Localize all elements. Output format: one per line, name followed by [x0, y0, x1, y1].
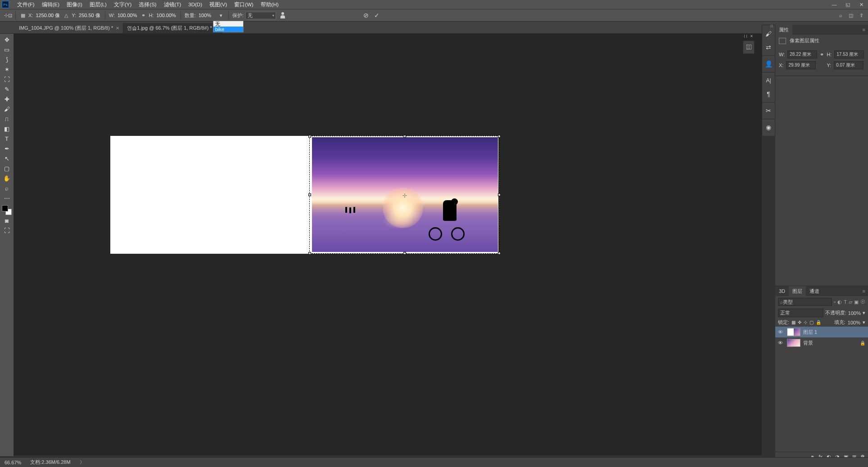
prop-w-input[interactable]: 28.22 厘米 — [787, 50, 817, 58]
healing-tool[interactable]: ✚ — [2, 94, 12, 103]
menu-window[interactable]: 窗口(W) — [231, 0, 257, 9]
link-wh-icon[interactable]: ⚭ — [140, 12, 147, 19]
share-icon[interactable]: ⇪ — [859, 13, 863, 18]
fill-arrow-icon[interactable]: ▾ — [863, 319, 865, 325]
window-minimize-button[interactable]: — — [827, 0, 841, 9]
document-tab-1[interactable]: IMG_1004.JPG @ 100% (图层 1, RGB/8) * ✕ — [15, 23, 123, 33]
marquee-tool[interactable]: ▭ — [2, 45, 12, 54]
cc-panel-icon[interactable]: ◉ — [762, 121, 775, 134]
path-tool[interactable]: ↖ — [2, 154, 12, 163]
floating-panel[interactable]: ⿲ — [743, 40, 755, 54]
channels-tab[interactable]: 通道 — [806, 286, 823, 296]
paragraph-panel-icon[interactable]: ¶ — [762, 87, 775, 101]
layer-thumbnail[interactable] — [787, 339, 800, 347]
prop-x-input[interactable]: 29.99 厘米 — [786, 61, 816, 69]
character-panel-icon[interactable]: 👤 — [762, 57, 775, 71]
lock-position-icon[interactable]: ✜ — [798, 320, 801, 325]
qty-input[interactable]: 100% — [198, 13, 216, 18]
lock-icon[interactable]: 🔒 — [860, 341, 865, 346]
menu-file[interactable]: 文件(F) — [14, 0, 38, 9]
filter-shape-icon[interactable]: ▱ — [849, 299, 852, 305]
screenmode-tool[interactable]: ⛶ — [2, 226, 12, 235]
filter-adjust-icon[interactable]: ◐ — [837, 299, 842, 305]
prop-h-input[interactable]: 17.53 厘米 — [834, 50, 864, 58]
transform-handle-tl[interactable] — [308, 135, 311, 138]
type-tool[interactable]: T — [2, 134, 12, 143]
document-tab-2[interactable]: 연습1.jpg @ 66.7% (图层 1, RGB/8#) * ✕ — [123, 23, 222, 33]
filter-smart-icon[interactable]: ▣ — [854, 299, 859, 305]
canvas-area[interactable]: ✢ — [14, 34, 762, 455]
menu-view[interactable]: 视图(V) — [206, 0, 231, 9]
h-input[interactable]: 100.00% — [155, 13, 176, 18]
brush-panel-icon[interactable]: 🖌 — [762, 27, 775, 40]
layers-menu-icon[interactable]: ≡ — [860, 288, 868, 294]
filter-type-icon[interactable]: T — [844, 299, 847, 305]
transform-center-icon[interactable]: ✢ — [402, 193, 407, 197]
menu-layer[interactable]: 图层(L) — [86, 0, 110, 9]
lock-all-icon[interactable]: 🔒 — [816, 320, 821, 325]
transform-handle-br[interactable] — [498, 252, 501, 255]
3d-tab[interactable]: 3D — [775, 286, 789, 296]
brush-tool[interactable]: 🖌 — [2, 104, 12, 113]
shape-tool[interactable]: ▢ — [2, 164, 12, 173]
layer-1-name[interactable]: 图层 1 — [803, 329, 817, 336]
qty-dropdown-icon[interactable]: ▾ — [217, 12, 225, 19]
reference-point-icon[interactable]: ▦ — [19, 12, 27, 19]
quickmask-tool[interactable]: ◙ — [2, 216, 12, 225]
layer-bg-name[interactable]: 背景 — [803, 340, 813, 346]
layer-filter-kind[interactable]: ⌕ 类型 — [778, 298, 832, 306]
transform-bounding-box[interactable]: ✢ — [309, 136, 500, 254]
color-swatches[interactable] — [2, 205, 12, 215]
layer-item-1[interactable]: 👁 图层 1 — [775, 327, 868, 337]
filter-toggle-icon[interactable]: ⦿ — [860, 299, 865, 305]
layer-item-bg[interactable]: 👁 背景 🔒 — [775, 337, 868, 348]
commit-transform-button[interactable]: ✓ — [374, 12, 380, 19]
history-panel-icon[interactable]: ⿲ — [744, 42, 754, 52]
properties-tab[interactable]: 属性 — [775, 25, 792, 35]
lasso-tool[interactable]: ⟆ — [2, 55, 12, 64]
zoom-tool[interactable]: ⌕ — [2, 184, 12, 193]
menu-image[interactable]: 图像(I) — [63, 0, 86, 9]
visibility-toggle-icon[interactable]: 👁 — [778, 329, 784, 335]
status-arrow-icon[interactable]: 〉 — [80, 459, 85, 466]
lock-artboard-icon[interactable]: ⊹ — [804, 320, 807, 325]
x-input[interactable]: 1250.00 像 — [35, 12, 61, 19]
menu-filter[interactable]: 滤镜(T) — [160, 0, 185, 9]
filter-pixel-icon[interactable]: ▫ — [834, 299, 836, 305]
w-input[interactable]: 100.00% — [117, 13, 138, 18]
status-docsize[interactable]: 文档:2.36M/6.28M — [30, 459, 70, 466]
menu-select[interactable]: 选择(S) — [135, 0, 160, 9]
opacity-value[interactable]: 100% — [848, 310, 861, 316]
transform-handle-ml[interactable] — [308, 193, 311, 196]
person-icon[interactable] — [280, 12, 285, 18]
transform-handle-bl[interactable] — [308, 252, 311, 255]
link-dims-icon[interactable]: ⚭ — [820, 52, 824, 58]
menu-3d[interactable]: 3D(D) — [185, 0, 206, 9]
adjust-panel-icon[interactable]: ✂ — [762, 104, 775, 117]
transform-handle-tm[interactable] — [403, 135, 406, 138]
prop-y-input[interactable]: 0.07 厘米 — [834, 61, 863, 69]
eyedropper-tool[interactable]: ✎ — [2, 85, 12, 94]
protect-option-none[interactable]: 无 — [213, 21, 243, 27]
window-close-button[interactable]: ✕ — [854, 0, 868, 9]
status-zoom[interactable]: 66.67% — [5, 460, 21, 465]
layers-tab[interactable]: 图层 — [789, 286, 806, 296]
panel-menu-icon[interactable]: ≡ — [860, 27, 868, 32]
swap-panel-icon[interactable]: ⇄ — [762, 40, 775, 54]
blend-mode-select[interactable]: 正常 — [778, 309, 823, 317]
arrange-icon[interactable]: ◫ — [849, 13, 853, 18]
visibility-toggle-icon[interactable]: 👁 — [778, 340, 784, 346]
menu-help[interactable]: 帮助(H) — [257, 0, 282, 9]
lock-pixels-icon[interactable]: ▦ — [791, 320, 796, 325]
protect-select[interactable]: 无 — [245, 12, 276, 19]
search-icon[interactable]: ⌕ — [839, 13, 842, 18]
cancel-transform-button[interactable]: ⊘ — [363, 12, 369, 19]
protect-option-bike[interactable]: bike — [213, 27, 243, 32]
layer-thumbnail[interactable] — [787, 328, 800, 336]
type-panel-icon[interactable]: A| — [762, 74, 775, 87]
delta-icon[interactable]: △ — [63, 12, 70, 19]
tab-1-close-icon[interactable]: ✕ — [116, 26, 119, 31]
magic-wand-tool[interactable]: ✶ — [2, 65, 12, 74]
protect-dropdown[interactable]: 无 bike — [213, 21, 244, 32]
window-restore-button[interactable]: ◱ — [841, 0, 854, 9]
